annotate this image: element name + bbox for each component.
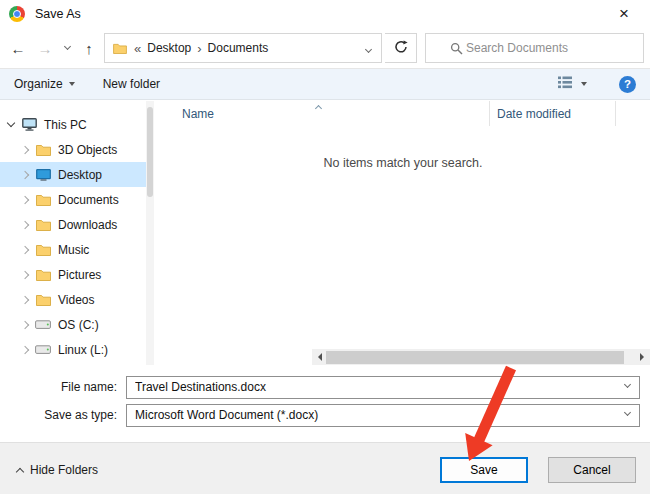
title-bar: Save As × <box>0 0 650 28</box>
save-as-type-value: Microsoft Word Document (*.docx) <box>135 408 318 422</box>
scroll-right-button[interactable] <box>634 349 650 365</box>
chevron-right-icon[interactable] <box>21 245 29 253</box>
sidebar-item-videos[interactable]: Videos <box>0 287 146 312</box>
up-arrow-icon: ↑ <box>85 40 93 57</box>
empty-folder-message: No items match your search. <box>156 156 650 170</box>
help-icon: ? <box>624 78 631 90</box>
cancel-button[interactable]: Cancel <box>548 457 636 483</box>
command-bar-right: ? <box>557 76 636 93</box>
navigation-bar: ← → ↑ « Desktop › Documents <box>0 28 650 68</box>
sidebar-item-downloads[interactable]: Downloads <box>0 212 146 237</box>
hide-folders-button[interactable]: Hide Folders <box>8 457 107 483</box>
save-as-type-row: Save as type: Microsoft Word Document (*… <box>0 403 640 427</box>
folder-icon <box>112 43 128 54</box>
folder-icon <box>35 219 51 231</box>
sidebar-item-this-pc[interactable]: This PC <box>0 112 146 137</box>
file-list-pane: Name Date modified No items match your s… <box>156 101 650 365</box>
command-bar: Organize New folder ? <box>0 68 650 100</box>
column-header-date-modified[interactable]: Date modified <box>490 101 616 126</box>
sort-ascending-icon <box>315 105 322 112</box>
back-button[interactable]: ← <box>6 34 30 62</box>
sidebar-item-music[interactable]: Music <box>0 237 146 262</box>
folder-icon <box>35 144 51 156</box>
hide-folders-label: Hide Folders <box>30 463 98 477</box>
new-folder-label: New folder <box>103 77 160 91</box>
chevron-right-icon[interactable] <box>21 145 29 153</box>
column-header-name[interactable]: Name <box>156 101 490 126</box>
back-arrow-icon: ← <box>11 40 26 57</box>
chevron-right-icon[interactable] <box>21 270 29 278</box>
up-button[interactable]: ↑ <box>77 34 101 62</box>
new-folder-button[interactable]: New folder <box>103 77 160 91</box>
breadcrumb-overflow[interactable]: « <box>134 41 141 56</box>
folder-icon <box>35 194 51 206</box>
sidebar-item-documents[interactable]: Documents <box>0 187 146 212</box>
chevron-expanded-icon[interactable] <box>7 119 15 127</box>
chevron-right-icon[interactable] <box>21 220 29 228</box>
details-view-icon[interactable] <box>557 76 573 92</box>
window-title: Save As <box>35 7 81 21</box>
close-button[interactable]: × <box>607 0 641 28</box>
sidebar-item-desktop[interactable]: Desktop <box>0 162 146 187</box>
sidebar-scrollbar[interactable] <box>146 101 154 365</box>
chevron-right-icon[interactable] <box>21 195 29 203</box>
folder-icon <box>35 244 51 256</box>
address-bar[interactable]: « Desktop › Documents <box>104 33 382 63</box>
refresh-button[interactable] <box>385 33 417 63</box>
triangle-right-icon <box>640 353 644 361</box>
breadcrumb-desktop[interactable]: Desktop <box>147 41 191 55</box>
sidebar-item-os-c[interactable]: OS (C:) <box>0 312 146 337</box>
breadcrumb-documents[interactable]: Documents <box>208 41 269 55</box>
save-as-type-combobox[interactable]: Microsoft Word Document (*.docx) <box>126 404 640 427</box>
chevron-right-icon[interactable] <box>21 295 29 303</box>
desktop-icon <box>35 169 51 181</box>
dialog-body: This PC 3D Objects Desktop Documents Dow <box>0 101 650 365</box>
file-fields: File name: Save as type: Microsoft Word … <box>0 365 650 442</box>
sidebar-item-pictures[interactable]: Pictures <box>0 262 146 287</box>
drive-icon <box>35 319 51 330</box>
file-name-label: File name: <box>0 380 126 394</box>
chevron-right-icon[interactable] <box>21 170 29 178</box>
chevron-down-icon <box>63 43 70 50</box>
file-name-combobox[interactable] <box>126 376 640 399</box>
save-button[interactable]: Save <box>440 457 528 483</box>
refresh-icon <box>394 40 408 57</box>
sidebar-item-linux-l[interactable]: Linux (L:) <box>0 337 146 362</box>
chevron-down-icon[interactable] <box>624 380 631 387</box>
computer-icon <box>21 118 37 131</box>
organize-button[interactable]: Organize <box>14 77 75 91</box>
dialog-footer: Hide Folders Save Cancel <box>0 442 650 494</box>
help-button[interactable]: ? <box>619 76 636 93</box>
forward-arrow-icon: → <box>38 40 53 57</box>
chevron-down-icon[interactable] <box>624 408 631 415</box>
forward-button[interactable]: → <box>33 34 57 62</box>
chevron-right-icon[interactable] <box>21 345 29 353</box>
chrome-icon <box>9 6 25 22</box>
folder-icon <box>35 294 51 306</box>
drive-icon <box>35 344 51 355</box>
triangle-left-icon <box>318 353 322 361</box>
save-as-type-label: Save as type: <box>0 408 126 422</box>
organize-label: Organize <box>14 77 63 91</box>
search-box[interactable] <box>425 33 644 63</box>
file-name-input[interactable] <box>135 380 615 394</box>
recent-locations-button[interactable] <box>60 34 74 62</box>
file-name-row: File name: <box>0 375 640 399</box>
scrollbar-thumb[interactable] <box>326 351 624 364</box>
horizontal-scrollbar[interactable] <box>312 349 650 365</box>
search-input[interactable] <box>466 41 635 55</box>
dropdown-arrow-icon <box>69 82 75 86</box>
navigation-pane: This PC 3D Objects Desktop Documents Dow <box>0 101 146 365</box>
address-dropdown-button[interactable] <box>363 39 374 57</box>
scrollbar-thumb[interactable] <box>147 107 153 197</box>
search-icon <box>450 42 463 55</box>
save-as-dialog: Save As × ← → ↑ « Desktop › Documents <box>0 0 650 494</box>
folder-icon <box>35 269 51 281</box>
chevron-down-icon <box>365 46 372 53</box>
column-headers: Name Date modified <box>156 101 650 126</box>
view-dropdown-icon[interactable] <box>581 82 587 86</box>
sidebar-item-3d-objects[interactable]: 3D Objects <box>0 137 146 162</box>
breadcrumb-separator: › <box>197 41 201 56</box>
close-icon: × <box>619 4 629 24</box>
chevron-right-icon[interactable] <box>21 320 29 328</box>
